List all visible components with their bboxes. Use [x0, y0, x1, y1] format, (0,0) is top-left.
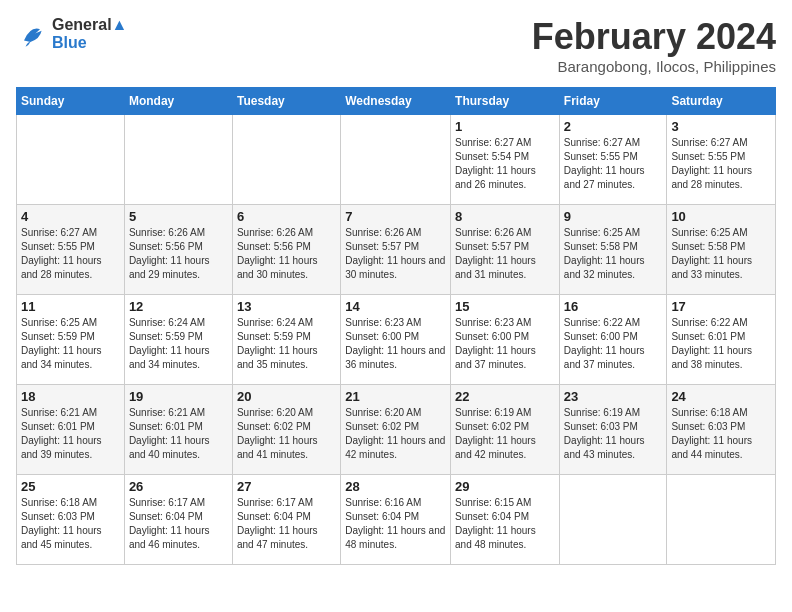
- weekday-header: Monday: [124, 88, 232, 115]
- weekday-header: Saturday: [667, 88, 776, 115]
- calendar-cell: 12Sunrise: 6:24 AMSunset: 5:59 PMDayligh…: [124, 295, 232, 385]
- day-info: Sunrise: 6:26 AMSunset: 5:57 PMDaylight:…: [455, 226, 555, 282]
- weekday-header: Sunday: [17, 88, 125, 115]
- calendar-week-row: 18Sunrise: 6:21 AMSunset: 6:01 PMDayligh…: [17, 385, 776, 475]
- calendar-cell: 7Sunrise: 6:26 AMSunset: 5:57 PMDaylight…: [341, 205, 451, 295]
- day-info: Sunrise: 6:26 AMSunset: 5:57 PMDaylight:…: [345, 226, 446, 282]
- day-info: Sunrise: 6:27 AMSunset: 5:55 PMDaylight:…: [564, 136, 663, 192]
- day-number: 7: [345, 209, 446, 224]
- day-info: Sunrise: 6:24 AMSunset: 5:59 PMDaylight:…: [129, 316, 228, 372]
- weekday-header: Friday: [559, 88, 667, 115]
- day-info: Sunrise: 6:18 AMSunset: 6:03 PMDaylight:…: [21, 496, 120, 552]
- day-info: Sunrise: 6:21 AMSunset: 6:01 PMDaylight:…: [129, 406, 228, 462]
- calendar-cell: [17, 115, 125, 205]
- day-info: Sunrise: 6:16 AMSunset: 6:04 PMDaylight:…: [345, 496, 446, 552]
- calendar-cell: 5Sunrise: 6:26 AMSunset: 5:56 PMDaylight…: [124, 205, 232, 295]
- day-info: Sunrise: 6:26 AMSunset: 5:56 PMDaylight:…: [237, 226, 336, 282]
- calendar-cell: [667, 475, 776, 565]
- calendar-cell: 3Sunrise: 6:27 AMSunset: 5:55 PMDaylight…: [667, 115, 776, 205]
- day-number: 17: [671, 299, 771, 314]
- day-number: 15: [455, 299, 555, 314]
- day-number: 19: [129, 389, 228, 404]
- day-number: 1: [455, 119, 555, 134]
- weekday-header-row: SundayMondayTuesdayWednesdayThursdayFrid…: [17, 88, 776, 115]
- calendar-cell: 17Sunrise: 6:22 AMSunset: 6:01 PMDayligh…: [667, 295, 776, 385]
- day-info: Sunrise: 6:27 AMSunset: 5:54 PMDaylight:…: [455, 136, 555, 192]
- calendar-cell: 11Sunrise: 6:25 AMSunset: 5:59 PMDayligh…: [17, 295, 125, 385]
- day-info: Sunrise: 6:23 AMSunset: 6:00 PMDaylight:…: [345, 316, 446, 372]
- calendar-cell: 15Sunrise: 6:23 AMSunset: 6:00 PMDayligh…: [451, 295, 560, 385]
- day-number: 27: [237, 479, 336, 494]
- day-number: 26: [129, 479, 228, 494]
- day-number: 3: [671, 119, 771, 134]
- logo-text: General▲ Blue: [52, 16, 127, 52]
- calendar-week-row: 1Sunrise: 6:27 AMSunset: 5:54 PMDaylight…: [17, 115, 776, 205]
- calendar-cell: 23Sunrise: 6:19 AMSunset: 6:03 PMDayligh…: [559, 385, 667, 475]
- day-number: 6: [237, 209, 336, 224]
- day-info: Sunrise: 6:18 AMSunset: 6:03 PMDaylight:…: [671, 406, 771, 462]
- day-info: Sunrise: 6:21 AMSunset: 6:01 PMDaylight:…: [21, 406, 120, 462]
- calendar-cell: 6Sunrise: 6:26 AMSunset: 5:56 PMDaylight…: [232, 205, 340, 295]
- calendar-week-row: 11Sunrise: 6:25 AMSunset: 5:59 PMDayligh…: [17, 295, 776, 385]
- day-number: 29: [455, 479, 555, 494]
- day-info: Sunrise: 6:27 AMSunset: 5:55 PMDaylight:…: [671, 136, 771, 192]
- calendar-cell: 20Sunrise: 6:20 AMSunset: 6:02 PMDayligh…: [232, 385, 340, 475]
- calendar-table: SundayMondayTuesdayWednesdayThursdayFrid…: [16, 87, 776, 565]
- logo: General▲ Blue: [16, 16, 127, 52]
- location: Barangobong, Ilocos, Philippines: [532, 58, 776, 75]
- calendar-cell: 19Sunrise: 6:21 AMSunset: 6:01 PMDayligh…: [124, 385, 232, 475]
- calendar-cell: [232, 115, 340, 205]
- calendar-week-row: 4Sunrise: 6:27 AMSunset: 5:55 PMDaylight…: [17, 205, 776, 295]
- calendar-cell: 28Sunrise: 6:16 AMSunset: 6:04 PMDayligh…: [341, 475, 451, 565]
- day-number: 9: [564, 209, 663, 224]
- weekday-header: Thursday: [451, 88, 560, 115]
- day-number: 12: [129, 299, 228, 314]
- day-number: 16: [564, 299, 663, 314]
- day-number: 4: [21, 209, 120, 224]
- calendar-cell: 26Sunrise: 6:17 AMSunset: 6:04 PMDayligh…: [124, 475, 232, 565]
- calendar-cell: [124, 115, 232, 205]
- day-number: 14: [345, 299, 446, 314]
- calendar-cell: [559, 475, 667, 565]
- day-number: 23: [564, 389, 663, 404]
- calendar-cell: 13Sunrise: 6:24 AMSunset: 5:59 PMDayligh…: [232, 295, 340, 385]
- calendar-cell: 18Sunrise: 6:21 AMSunset: 6:01 PMDayligh…: [17, 385, 125, 475]
- calendar-cell: 27Sunrise: 6:17 AMSunset: 6:04 PMDayligh…: [232, 475, 340, 565]
- month-title: February 2024: [532, 16, 776, 58]
- day-info: Sunrise: 6:15 AMSunset: 6:04 PMDaylight:…: [455, 496, 555, 552]
- day-info: Sunrise: 6:20 AMSunset: 6:02 PMDaylight:…: [237, 406, 336, 462]
- day-info: Sunrise: 6:19 AMSunset: 6:02 PMDaylight:…: [455, 406, 555, 462]
- day-info: Sunrise: 6:17 AMSunset: 6:04 PMDaylight:…: [237, 496, 336, 552]
- day-info: Sunrise: 6:27 AMSunset: 5:55 PMDaylight:…: [21, 226, 120, 282]
- calendar-cell: 25Sunrise: 6:18 AMSunset: 6:03 PMDayligh…: [17, 475, 125, 565]
- day-number: 21: [345, 389, 446, 404]
- day-info: Sunrise: 6:22 AMSunset: 6:01 PMDaylight:…: [671, 316, 771, 372]
- day-number: 22: [455, 389, 555, 404]
- day-info: Sunrise: 6:25 AMSunset: 5:58 PMDaylight:…: [564, 226, 663, 282]
- day-number: 20: [237, 389, 336, 404]
- calendar-cell: 21Sunrise: 6:20 AMSunset: 6:02 PMDayligh…: [341, 385, 451, 475]
- day-info: Sunrise: 6:25 AMSunset: 5:59 PMDaylight:…: [21, 316, 120, 372]
- calendar-cell: 16Sunrise: 6:22 AMSunset: 6:00 PMDayligh…: [559, 295, 667, 385]
- day-info: Sunrise: 6:25 AMSunset: 5:58 PMDaylight:…: [671, 226, 771, 282]
- day-info: Sunrise: 6:17 AMSunset: 6:04 PMDaylight:…: [129, 496, 228, 552]
- calendar-cell: [341, 115, 451, 205]
- day-info: Sunrise: 6:22 AMSunset: 6:00 PMDaylight:…: [564, 316, 663, 372]
- logo-icon: [16, 18, 48, 50]
- title-area: February 2024 Barangobong, Ilocos, Phili…: [532, 16, 776, 75]
- day-info: Sunrise: 6:24 AMSunset: 5:59 PMDaylight:…: [237, 316, 336, 372]
- day-number: 24: [671, 389, 771, 404]
- day-number: 8: [455, 209, 555, 224]
- day-number: 28: [345, 479, 446, 494]
- weekday-header: Wednesday: [341, 88, 451, 115]
- calendar-cell: 4Sunrise: 6:27 AMSunset: 5:55 PMDaylight…: [17, 205, 125, 295]
- day-number: 25: [21, 479, 120, 494]
- calendar-cell: 29Sunrise: 6:15 AMSunset: 6:04 PMDayligh…: [451, 475, 560, 565]
- calendar-cell: 8Sunrise: 6:26 AMSunset: 5:57 PMDaylight…: [451, 205, 560, 295]
- calendar-cell: 1Sunrise: 6:27 AMSunset: 5:54 PMDaylight…: [451, 115, 560, 205]
- day-number: 11: [21, 299, 120, 314]
- day-info: Sunrise: 6:23 AMSunset: 6:00 PMDaylight:…: [455, 316, 555, 372]
- day-number: 10: [671, 209, 771, 224]
- calendar-cell: 9Sunrise: 6:25 AMSunset: 5:58 PMDaylight…: [559, 205, 667, 295]
- day-info: Sunrise: 6:20 AMSunset: 6:02 PMDaylight:…: [345, 406, 446, 462]
